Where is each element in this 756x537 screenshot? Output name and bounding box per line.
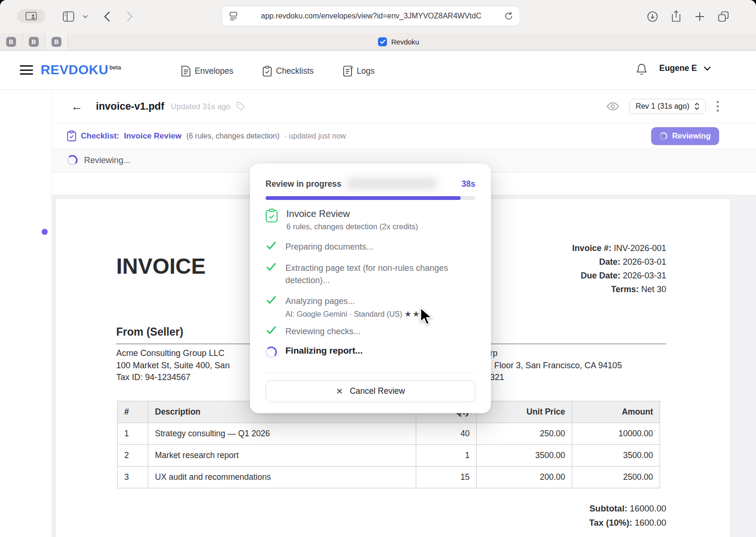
kebab-menu-icon[interactable] xyxy=(716,101,719,112)
clipboard-icon xyxy=(263,66,272,77)
buyer-address-fragment: rp Floor 3, San Francisco, CA 94105 321 xyxy=(490,347,622,384)
check-favicon-icon xyxy=(378,37,387,46)
back-button[interactable] xyxy=(100,9,113,24)
plus-icon xyxy=(695,12,704,21)
profile-tab-button[interactable] xyxy=(17,9,45,23)
share-button[interactable] xyxy=(670,9,682,24)
browser-toolbar: app.revdoku.com/envelopes/view?id=env_3J… xyxy=(0,0,756,33)
tab-overview-button[interactable] xyxy=(716,9,730,24)
checklist-label: Checklist: xyxy=(81,131,119,141)
browser-window: app.revdoku.com/envelopes/view?id=env_3J… xyxy=(0,0,756,537)
bell-icon xyxy=(636,63,647,76)
updated-label: Updated 31s ago xyxy=(171,102,231,111)
step-item: Preparing documents... xyxy=(266,241,471,253)
step-item-current: Finalizing report... xyxy=(266,346,471,358)
tag-icon[interactable] xyxy=(236,102,245,111)
line-items-table: # Description Qty Unit Price Amount 1Str… xyxy=(117,401,660,488)
invoice-title: INVOICE xyxy=(116,253,206,279)
preview-eye-icon[interactable] xyxy=(607,102,619,111)
step-label: Finalizing report... xyxy=(285,346,471,358)
chevron-down-icon xyxy=(704,66,711,71)
table-row: 3UX audit and recommendations 15200.0025… xyxy=(118,467,660,488)
select-chevrons-icon xyxy=(694,102,700,111)
elapsed-time: 38s xyxy=(462,179,475,189)
pinned-tab-1[interactable]: B xyxy=(0,33,23,50)
check-icon xyxy=(266,295,277,304)
step-label: Extracting page text (for non-rules chan… xyxy=(285,262,471,286)
forward-chevron-icon xyxy=(127,11,133,22)
invoice-meta: Invoice #: INV-2026-001 Date: 2026-03-01… xyxy=(572,242,666,296)
table-row: 1Strategy consulting — Q1 2026 40250.001… xyxy=(118,423,660,445)
reader-mode-icon xyxy=(229,11,238,21)
address-bar[interactable]: app.revdoku.com/envelopes/view?id=env_3J… xyxy=(222,6,520,26)
pinned-tab-favicon: B xyxy=(6,37,16,47)
revision-label: Rev 1 (31s ago) xyxy=(636,102,689,111)
scroll-icon xyxy=(343,66,352,77)
clipboard-check-icon xyxy=(67,130,76,141)
notifications-button[interactable] xyxy=(636,63,647,76)
menu-button[interactable] xyxy=(20,65,33,75)
tab-title: Revdoku xyxy=(391,38,419,46)
progress-fill xyxy=(266,196,461,200)
checklist-name-link[interactable]: Invoice Review xyxy=(124,131,181,141)
document-icon xyxy=(181,66,190,77)
cancel-review-button[interactable]: ✕ Cancel Review xyxy=(266,380,475,402)
modal-title: Review in progress xyxy=(266,179,341,189)
review-progress-modal: Review in progress 38s Invoice Review 6 … xyxy=(250,164,491,413)
sidebar-toggle-button[interactable] xyxy=(61,9,76,24)
beta-badge: beta xyxy=(110,64,121,71)
reload-icon[interactable] xyxy=(504,11,513,21)
spinner-icon xyxy=(660,132,667,140)
notification-dot xyxy=(42,229,48,235)
chevron-down-icon xyxy=(83,15,88,18)
checklist-summary-item: Invoice Review 6 rules, changes detectio… xyxy=(266,208,472,231)
pinned-tab-3[interactable]: B xyxy=(45,33,68,50)
step-label: Preparing documents... xyxy=(285,241,471,253)
ai-model-line: AI: Google Gemini · Standard (US) ★★★ xyxy=(285,309,471,319)
download-icon xyxy=(647,11,658,22)
clipboard-check-icon xyxy=(266,208,278,223)
back-arrow-button[interactable]: ← xyxy=(71,100,83,113)
new-tab-button[interactable] xyxy=(694,9,706,24)
file-name: invoice-v1.pdf xyxy=(96,101,164,113)
pinned-tab-favicon: B xyxy=(29,37,39,47)
checklist-updated: · updated just now xyxy=(284,132,346,140)
step-label: Reviewing checks... xyxy=(285,325,471,338)
checklist-bar: Checklist: Invoice Review (6 rules, chan… xyxy=(52,123,756,148)
app-logo[interactable]: REVDOKUbeta xyxy=(41,62,121,78)
back-chevron-icon xyxy=(104,11,110,22)
check-icon xyxy=(266,262,277,271)
step-item: Reviewing checks... xyxy=(266,325,471,338)
nav-label: Envelopes xyxy=(195,66,233,76)
pinned-tab-2[interactable]: B xyxy=(23,33,45,50)
step-item: Analyzing pages... AI: Google Gemini · S… xyxy=(266,295,471,319)
downloads-button[interactable] xyxy=(646,9,659,24)
step-item: Extracting page text (for non-rules chan… xyxy=(266,262,471,286)
reviewing-button-label: Reviewing xyxy=(672,131,711,140)
user-menu[interactable]: Eugene E xyxy=(659,63,711,73)
revision-select[interactable]: Rev 1 (31s ago) xyxy=(629,99,706,114)
close-icon: ✕ xyxy=(336,386,343,397)
share-icon xyxy=(671,10,681,23)
table-row: 2Market research report 13500.003500.00 xyxy=(118,445,660,467)
seller-heading: From (Seller) xyxy=(116,326,183,338)
progress-bar xyxy=(266,196,475,200)
seller-address: Acme Consulting Group LLC 100 Market St,… xyxy=(116,347,230,384)
mouse-cursor xyxy=(419,307,435,326)
forward-button[interactable] xyxy=(123,9,136,24)
cancel-review-label: Cancel Review xyxy=(350,386,405,396)
user-name: Eugene E xyxy=(659,63,697,73)
url-text: app.revdoku.com/envelopes/view?id=env_3J… xyxy=(238,12,504,20)
invoice-totals: Subtotal: 16000.00 Tax (10%): 1600.00 xyxy=(589,502,666,530)
nav-logs[interactable]: Logs xyxy=(343,64,375,78)
spinner-icon xyxy=(67,155,77,165)
checklist-meta: (6 rules, changes detection) xyxy=(186,132,279,140)
nav-checklists[interactable]: Checklists xyxy=(263,64,314,78)
tab-revdoku[interactable]: Revdoku xyxy=(378,33,419,50)
sidebar-chevron-button[interactable] xyxy=(80,9,90,24)
reviewing-status-button[interactable]: Reviewing xyxy=(651,127,719,145)
reviewing-text: Reviewing... xyxy=(84,156,130,165)
nav-envelopes[interactable]: Envelopes xyxy=(181,64,233,78)
tab-strip: B B B Revdoku xyxy=(0,33,756,51)
check-icon xyxy=(266,325,277,335)
